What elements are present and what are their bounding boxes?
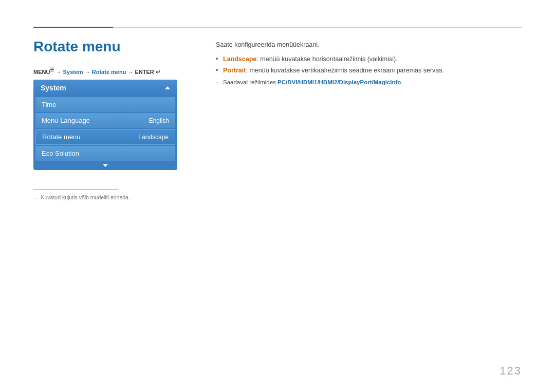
- breadcrumb-arrow2: →: [85, 69, 92, 75]
- note-highlight: PC/DVI/HDMI1/HDMI2/DisplayPort/MagicInfo: [278, 79, 401, 85]
- bullet-portrait: Portrait: menüü kuvatakse vertikaalrežii…: [216, 67, 522, 74]
- bottom-note: Kuvatud kujutis võib mudeliti erineda.: [33, 194, 130, 200]
- menu-item-menu-language-label: Menu Language: [42, 117, 90, 124]
- menu-item-menu-language[interactable]: Menu Language English: [35, 113, 175, 128]
- intro-text: Saate konfigureerida menüüekraani.: [216, 41, 522, 48]
- menu-item-rotate-menu[interactable]: Rotate menu Landscape: [35, 129, 175, 145]
- bullet-list: Landscape: menüü kuvatakse horisontaalre…: [216, 55, 522, 74]
- bottom-divider: [33, 189, 118, 190]
- note-prefix: Saadaval režiimides: [223, 79, 278, 85]
- top-border-accent: [33, 27, 113, 28]
- note-line: Saadaval režiimides PC/DVI/HDMI1/HDMI2/D…: [216, 79, 522, 85]
- breadcrumb-menu: MENU☰: [33, 69, 54, 75]
- menu-item-time-label: Time: [42, 101, 56, 108]
- breadcrumb-arrow1: →: [55, 69, 63, 75]
- breadcrumb-arrow3: →: [127, 69, 135, 75]
- system-panel: System Time Menu Language English Rotate…: [33, 80, 177, 170]
- scroll-up-arrow[interactable]: [165, 86, 170, 89]
- page-number: 123: [499, 364, 522, 378]
- menu-item-eco-solution[interactable]: Eco Solution: [35, 146, 175, 161]
- scroll-down-container: [33, 162, 177, 170]
- breadcrumb-rotate-menu: Rotate menu: [92, 69, 126, 75]
- menu-item-time[interactable]: Time: [35, 97, 175, 112]
- breadcrumb-system: System: [63, 69, 83, 75]
- term-portrait: Portrait: [223, 67, 246, 74]
- scroll-down-arrow[interactable]: [103, 164, 108, 167]
- page-title: Rotate menu: [33, 39, 121, 55]
- landscape-text: menüü kuvatakse horisontaalrežiimis (vai…: [258, 55, 398, 63]
- menu-item-menu-language-value: English: [149, 117, 169, 124]
- right-content: Saate konfigureerida menüüekraani. Lands…: [216, 41, 522, 85]
- breadcrumb: MENU☰ → System → Rotate menu → ENTER ↵: [33, 67, 160, 76]
- bullet-landscape: Landscape: menüü kuvatakse horisontaalre…: [216, 55, 522, 63]
- system-panel-title: System: [41, 84, 66, 92]
- menu-item-eco-solution-label: Eco Solution: [42, 150, 79, 157]
- portrait-text: menüü kuvatakse vertikaalrežiimis seadme…: [248, 67, 444, 74]
- term-landscape: Landscape: [223, 55, 256, 63]
- menu-item-rotate-menu-value: Landscape: [138, 134, 169, 141]
- menu-item-rotate-menu-label: Rotate menu: [42, 133, 80, 141]
- note-suffix: .: [401, 79, 402, 85]
- system-panel-header: System: [33, 80, 177, 96]
- breadcrumb-enter: ENTER ↵: [135, 69, 160, 75]
